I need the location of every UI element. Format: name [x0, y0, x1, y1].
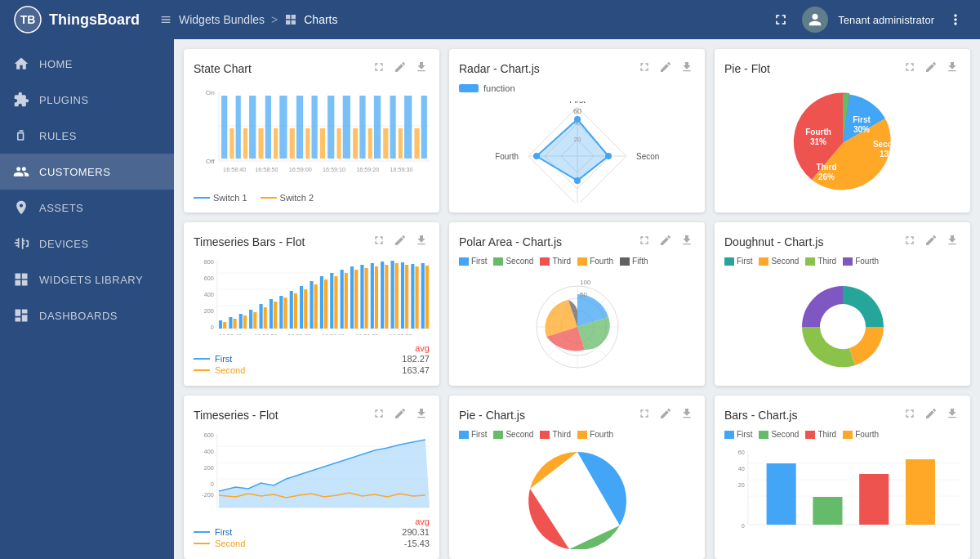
download-button[interactable] [944, 405, 960, 425]
doughnut-legend: First Second Third Fourth [724, 257, 960, 266]
svg-rect-97 [320, 276, 323, 329]
svg-rect-118 [425, 266, 429, 329]
svg-rect-80 [234, 319, 237, 329]
expand-button[interactable] [636, 405, 653, 425]
download-button[interactable] [679, 405, 695, 425]
svg-text:30%: 30% [853, 125, 869, 134]
menu-button[interactable] [944, 8, 967, 31]
widget-actions [636, 59, 695, 78]
svg-rect-88 [274, 302, 277, 329]
ts-bars-stats: avg First 182.27 Second 163.47 [194, 343, 430, 376]
svg-text:13%: 13% [879, 150, 895, 159]
polar-chart-area: 100 50 [459, 274, 695, 376]
avatar[interactable] [802, 7, 828, 33]
svg-text:First: First [569, 101, 586, 105]
download-button[interactable] [413, 232, 430, 252]
svg-text:Off: Off [206, 158, 216, 165]
edit-button[interactable] [657, 59, 674, 78]
sidebar-item-devices[interactable]: DEVICES [0, 226, 174, 262]
widget-pie-chartjs: Pie - Chart.js First Second [449, 396, 705, 559]
download-button[interactable] [413, 405, 430, 425]
edit-button[interactable] [657, 232, 674, 252]
svg-point-50 [574, 177, 581, 184]
ts-second-label: Second [194, 539, 245, 548]
svg-text:16:59:10: 16:59:10 [322, 333, 345, 335]
download-button[interactable] [679, 232, 695, 252]
expand-button[interactable] [371, 232, 387, 252]
svg-text:16:58:50: 16:58:50 [254, 333, 277, 335]
svg-rect-91 [290, 291, 293, 329]
widget-header: Pie - Flot [724, 59, 960, 78]
svg-text:50: 50 [580, 291, 587, 298]
sidebar-item-dashboards[interactable]: DASHBOARDS [0, 297, 174, 333]
svg-rect-96 [314, 284, 318, 329]
sidebar-item-customers[interactable]: CUSTOMERS [0, 154, 174, 190]
expand-button[interactable] [902, 59, 918, 78]
bars-chartjs-legend: First Second Third Fourth [724, 430, 960, 439]
edit-button[interactable] [392, 405, 408, 425]
svg-text:On: On [206, 89, 215, 96]
widget-doughnut-chartjs: Doughnut - Chart.js First Second [715, 222, 970, 386]
svg-text:0: 0 [211, 481, 214, 488]
svg-text:16:58:50: 16:58:50 [255, 167, 278, 173]
download-button[interactable] [944, 232, 960, 252]
svg-rect-162 [859, 474, 889, 525]
svg-text:400: 400 [204, 292, 214, 298]
svg-rect-13 [265, 96, 271, 159]
download-button[interactable] [679, 59, 695, 78]
sidebar-item-widgets[interactable]: WIDGETS LIBRARY [0, 262, 174, 297]
edit-button[interactable] [657, 405, 674, 425]
svg-text:16:59:30: 16:59:30 [389, 333, 412, 335]
sidebar-item-plugins[interactable]: PLUGINS [0, 82, 174, 118]
svg-text:40: 40 [738, 466, 745, 472]
svg-rect-20 [320, 128, 325, 159]
svg-text:600: 600 [204, 275, 214, 282]
svg-text:-200: -200 [202, 492, 213, 499]
sidebar-item-assets[interactable]: ASSETS [0, 190, 174, 226]
widget-title: Bars - Chart.js [724, 409, 797, 422]
expand-button[interactable] [636, 59, 653, 78]
svg-rect-16 [290, 128, 295, 159]
svg-text:60: 60 [738, 449, 745, 456]
expand-button[interactable] [902, 232, 918, 252]
svg-text:20: 20 [738, 482, 745, 489]
pie-flot-area: First 30% Fourth 31% Third 26% Second 13… [724, 83, 960, 203]
ts-stat-second: Second 163.47 [194, 364, 430, 376]
svg-text:200: 200 [204, 465, 214, 472]
edit-button[interactable] [392, 232, 408, 252]
download-button[interactable] [413, 59, 430, 78]
svg-point-49 [605, 153, 612, 159]
edit-button[interactable] [923, 232, 939, 252]
expand-button[interactable] [371, 405, 387, 425]
svg-rect-85 [260, 304, 263, 329]
fullscreen-button[interactable] [769, 8, 792, 31]
edit-button[interactable] [923, 59, 939, 78]
svg-rect-15 [279, 96, 287, 159]
svg-text:First: First [853, 115, 871, 124]
download-button[interactable] [944, 59, 960, 78]
widget-state-chart: State Chart On Off [184, 49, 439, 212]
svg-rect-14 [274, 128, 278, 159]
ts-second-label: Second [194, 365, 245, 375]
svg-point-51 [533, 153, 540, 159]
edit-button[interactable] [392, 59, 408, 78]
expand-button[interactable] [371, 59, 387, 78]
svg-rect-98 [324, 280, 327, 329]
ts-stat-second: Second -15.43 [194, 538, 430, 549]
svg-rect-117 [421, 263, 425, 329]
svg-text:0: 0 [211, 324, 214, 331]
svg-rect-92 [294, 293, 297, 329]
sidebar-item-home[interactable]: HOME [0, 46, 174, 82]
expand-button[interactable] [902, 405, 918, 425]
sidebar-item-rules[interactable]: RULES [0, 118, 174, 154]
svg-rect-109 [381, 262, 384, 329]
expand-button[interactable] [636, 232, 653, 252]
svg-rect-111 [391, 261, 394, 329]
svg-rect-106 [365, 268, 368, 329]
svg-rect-31 [404, 96, 412, 159]
legend-item-switch1: Switch 1 [194, 193, 247, 203]
svg-rect-161 [813, 497, 842, 525]
edit-button[interactable] [923, 405, 939, 425]
radar-legend: function [459, 83, 695, 93]
logo[interactable]: TB ThingsBoard [13, 5, 140, 34]
